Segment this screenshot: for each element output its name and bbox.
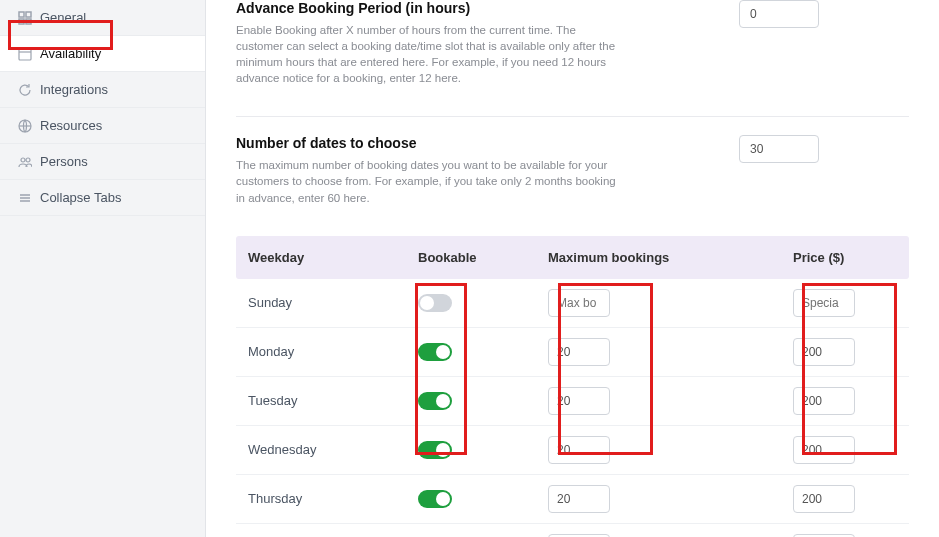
sidebar-item-label: Resources <box>40 118 102 133</box>
svg-rect-3 <box>26 19 31 24</box>
availability-table: Weekday Bookable Maximum bookings Price … <box>236 236 909 537</box>
svg-rect-1 <box>26 12 31 17</box>
calendar-icon <box>18 47 32 61</box>
table-row: Tuesday <box>236 376 909 425</box>
sidebar-item-label: Collapse Tabs <box>40 190 121 205</box>
sidebar-item-resources[interactable]: Resources <box>0 108 205 144</box>
max-bookings-input[interactable] <box>548 338 610 366</box>
sidebar-item-integrations[interactable]: Integrations <box>0 72 205 108</box>
sidebar-item-label: Persons <box>40 154 88 169</box>
setting-desc: The maximum number of booking dates you … <box>236 157 616 205</box>
setting-advance-booking: Advance Booking Period (in hours) Enable… <box>206 0 939 116</box>
setting-title: Advance Booking Period (in hours) <box>236 0 616 16</box>
sidebar-item-general[interactable]: General <box>0 0 205 36</box>
bookable-toggle[interactable] <box>418 490 452 508</box>
sidebar-item-label: Availability <box>40 46 101 61</box>
max-bookings-input[interactable] <box>548 485 610 513</box>
refresh-icon <box>18 83 32 97</box>
max-bookings-input[interactable] <box>548 289 610 317</box>
max-bookings-input[interactable] <box>548 534 610 537</box>
weekday-label: Sunday <box>248 295 418 310</box>
max-bookings-input[interactable] <box>548 436 610 464</box>
bookable-toggle[interactable] <box>418 392 452 410</box>
svg-point-10 <box>21 158 25 162</box>
price-input[interactable] <box>793 534 855 537</box>
table-header: Weekday Bookable Maximum bookings Price … <box>236 236 909 279</box>
sidebar-item-label: General <box>40 10 86 25</box>
price-input[interactable] <box>793 338 855 366</box>
weekday-label: Tuesday <box>248 393 418 408</box>
bookable-toggle[interactable] <box>418 294 452 312</box>
bookable-toggle[interactable] <box>418 441 452 459</box>
svg-point-11 <box>26 158 30 162</box>
weekday-label: Monday <box>248 344 418 359</box>
sidebar-item-collapse[interactable]: Collapse Tabs <box>0 180 205 216</box>
bookable-toggle[interactable] <box>418 343 452 361</box>
weekday-label: Thursday <box>248 491 418 506</box>
table-row: Thursday <box>236 474 909 523</box>
divider <box>236 116 909 117</box>
content-area: Advance Booking Period (in hours) Enable… <box>206 0 939 537</box>
advance-booking-input[interactable] <box>739 0 819 28</box>
th-price: Price ($) <box>793 250 897 265</box>
sidebar-item-availability[interactable]: Availability <box>0 36 205 72</box>
persons-icon <box>18 155 32 169</box>
price-input[interactable] <box>793 387 855 415</box>
table-row: Sunday <box>236 279 909 327</box>
globe-icon <box>18 119 32 133</box>
sidebar-item-persons[interactable]: Persons <box>0 144 205 180</box>
th-bookable: Bookable <box>418 250 548 265</box>
setting-title: Number of dates to choose <box>236 135 616 151</box>
number-dates-input[interactable] <box>739 135 819 163</box>
setting-number-dates: Number of dates to choose The maximum nu… <box>206 135 939 235</box>
svg-rect-0 <box>19 12 24 17</box>
price-input[interactable] <box>793 289 855 317</box>
weekday-label: Wednesday <box>248 442 418 457</box>
setting-desc: Enable Booking after X number of hours f… <box>236 22 616 86</box>
table-row: Wednesday <box>236 425 909 474</box>
svg-rect-2 <box>19 19 24 24</box>
sidebar-item-label: Integrations <box>40 82 108 97</box>
sidebar: General Availability Integrations <box>0 0 206 537</box>
max-bookings-input[interactable] <box>548 387 610 415</box>
th-max: Maximum bookings <box>548 250 793 265</box>
price-input[interactable] <box>793 436 855 464</box>
menu-icon <box>18 191 32 205</box>
price-input[interactable] <box>793 485 855 513</box>
th-weekday: Weekday <box>248 250 418 265</box>
svg-rect-4 <box>19 49 31 60</box>
table-row: Monday <box>236 327 909 376</box>
table-row: Friday <box>236 523 909 537</box>
grid-icon <box>18 11 32 25</box>
